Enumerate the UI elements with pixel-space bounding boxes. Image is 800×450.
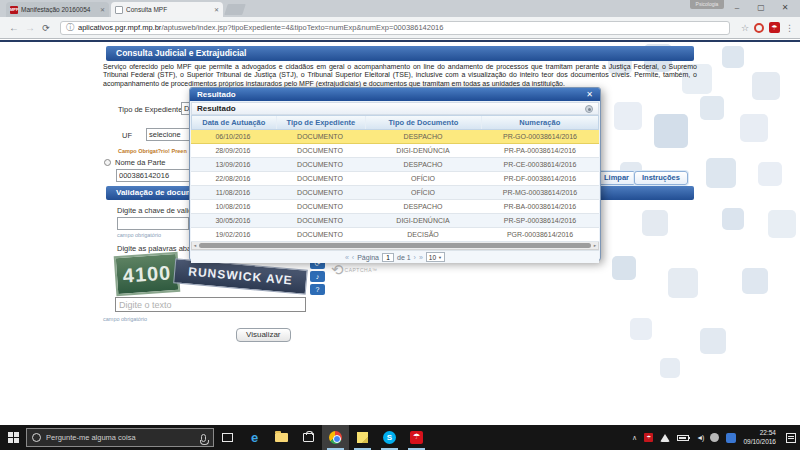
captcha-audio-icon[interactable]: ♪ [310,271,325,282]
required-warning: Campo Obrigat?rio! Preen [118,148,187,154]
start-button[interactable] [0,425,26,450]
pagina-label: Página [357,254,379,261]
tab-close-icon[interactable]: ✕ [100,6,105,13]
modal-title: Resultado [197,90,586,99]
skype-icon: S [383,431,396,444]
table-row[interactable]: 11/08/2016 DOCUMENTO OFÍCIO PR-MG-000386… [191,186,599,200]
scroll-left-icon[interactable]: ◄ [192,243,198,248]
prev-page-icon[interactable]: ‹ [352,254,354,261]
avira-button[interactable]: ☂ [403,425,430,450]
chrome-menu-icon[interactable]: ⋮ [785,23,794,33]
column-header[interactable]: Tipo de Expediente [276,116,366,129]
uf-label: UF [122,131,132,140]
page-content: Consulta Judicial e Extrajudicial Serviç… [0,40,800,425]
table-row[interactable]: 30/05/2016 DOCUMENTO DIGI-DENÚNCIA PR-SP… [191,214,599,228]
tab-manifestacao[interactable]: MPF Manifestação 20160054 ✕ [6,2,109,17]
task-view-button[interactable] [214,425,241,450]
last-page-icon[interactable]: » [419,254,423,261]
next-page-icon[interactable]: › [414,254,416,261]
tray-app-icon[interactable] [726,433,736,443]
visualizar-button[interactable]: Visualizar [236,328,291,342]
address-bar[interactable]: ⓘ aplicativos.pgr.mpf.mp.br /aptusweb/in… [60,21,730,35]
sticky-notes-button[interactable] [349,425,376,450]
nome-parte-label: Nome da Parte [115,158,165,167]
column-header[interactable]: Numeração [481,116,598,129]
onedrive-tray-icon[interactable] [710,433,719,442]
wifi-icon[interactable] [660,434,670,442]
limpar-button[interactable]: Limpar [596,171,637,185]
page-top-border [0,40,800,42]
instrucoes-button[interactable]: Instruções [634,171,688,185]
new-tab-button[interactable] [224,4,246,15]
tab-consulta-mpf[interactable]: Consulta MPF ✕ [111,2,223,17]
table-row[interactable]: 06/10/2016 DOCUMENTO DESPACHO PR-GO-0003… [191,130,599,144]
clock-time: 22:54 [743,429,776,437]
page-number-input[interactable] [382,253,394,262]
bookmark-star-icon[interactable]: ☆ [741,23,749,33]
pagination-bar: « ‹ Página de 1 › » 10 ▼ [191,250,599,263]
tab-label: Manifestação 20160054 [21,6,97,13]
microphone-icon[interactable] [201,434,206,442]
cortana-search-box[interactable]: Pergunte-me alguma coisa [26,428,214,447]
back-icon[interactable]: ← [6,22,22,33]
captcha-text-input[interactable] [115,297,306,312]
extension-o-icon[interactable] [754,23,764,33]
forward-icon[interactable]: → [22,22,38,33]
captcha-logo-text: CAPTCHA™ [345,267,378,273]
sticky-note-icon [357,432,368,443]
window-minimize-button[interactable]: – [726,1,748,14]
edge-button[interactable]: e [241,425,268,450]
page-size-value: 10 [429,254,436,261]
results-table: Data de Autuação Tipo de Expediente Tipo… [191,115,599,242]
background-tile [630,318,652,340]
cell-data: DOCUMENTO [275,130,365,143]
system-tray: ∧ ☂ ◄) 22:54 09/10/2016 [632,429,800,446]
chave-input[interactable] [117,217,189,230]
page-info-icon[interactable]: ⓘ [66,22,74,33]
resultado-modal: Resultado ✕ Resultado Data de Autuação T… [189,87,601,261]
tab-close-icon[interactable]: ✕ [214,6,219,13]
column-header[interactable]: Data de Autuação [192,116,276,129]
tray-chevron-icon[interactable]: ∧ [632,434,637,442]
document-favicon-icon [115,6,123,14]
panel-title: Resultado [197,104,585,113]
table-row[interactable]: 10/08/2016 DOCUMENTO DESPACHO PR-BA-0003… [191,200,599,214]
horizontal-scrollbar[interactable]: ◄ ► [191,242,599,250]
numero-expediente-input[interactable] [116,169,192,182]
table-row[interactable]: 19/02/2016 DOCUMENTO DECISÃO PGR-0003861… [191,228,599,242]
window-maximize-button[interactable]: ▢ [750,1,772,14]
collapse-icon[interactable] [585,105,593,113]
scrollbar-thumb[interactable] [199,243,591,248]
search-placeholder: Pergunte-me alguma coisa [46,433,196,442]
window-close-button[interactable]: ✕ [774,1,796,14]
file-explorer-button[interactable] [268,425,295,450]
speaker-icon[interactable]: ◄) [696,434,703,441]
table-row[interactable]: 13/09/2016 DOCUMENTO DESPACHO PR-CE-0003… [191,158,599,172]
chrome-button[interactable] [322,425,349,450]
page-size-select[interactable]: 10 ▼ [426,252,445,262]
edge-icon: e [251,431,258,444]
background-tile [752,72,780,100]
background-tile [614,102,642,130]
background-tile [768,210,796,238]
table-row[interactable]: 28/09/2016 DOCUMENTO DIGI-DENÚNCIA PR-PA… [191,144,599,158]
nome-parte-radio[interactable] [104,159,111,166]
modal-titlebar[interactable]: Resultado ✕ [190,88,600,101]
cell-data: PR-PA-00038614/2016 [481,144,599,157]
modal-close-icon[interactable]: ✕ [586,90,593,99]
column-header[interactable]: Tipo de Documento [365,116,480,129]
background-tile [668,268,698,298]
table-row[interactable]: 22/08/2016 DOCUMENTO OFÍCIO PR-DF-000386… [191,172,599,186]
reload-icon[interactable]: ⟳ [38,23,54,33]
skype-button[interactable]: S [376,425,403,450]
avira-tray-icon[interactable]: ☂ [644,433,653,442]
battery-icon[interactable] [677,435,689,441]
scroll-right-icon[interactable]: ► [592,243,598,248]
action-center-icon[interactable] [786,433,796,443]
first-page-icon[interactable]: « [345,254,349,261]
captcha-help-icon[interactable]: ? [310,284,325,295]
taskbar-clock[interactable]: 22:54 09/10/2016 [743,429,776,446]
extension-avira-icon[interactable]: ☂ [769,22,780,33]
store-button[interactable] [295,425,322,450]
profile-chip[interactable]: Psicologia [690,0,724,9]
